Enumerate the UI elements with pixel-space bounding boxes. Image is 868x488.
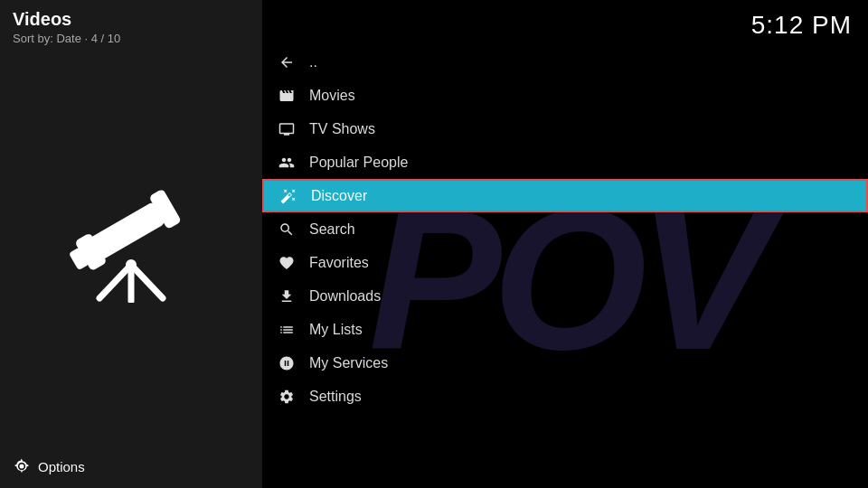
menu-item-label-people: Popular People bbox=[309, 155, 408, 171]
settings-icon bbox=[277, 389, 297, 405]
menu-item-parent[interactable]: .. bbox=[262, 45, 868, 79]
menu-item-discover[interactable]: Discover bbox=[262, 179, 868, 212]
menu-item-label-tvshows: TV Shows bbox=[309, 121, 375, 137]
clock: 5:12 PM bbox=[751, 11, 852, 40]
svg-line-4 bbox=[99, 265, 131, 298]
menu-item-label-discover: Discover bbox=[311, 188, 367, 204]
menu-item-label-favorites: Favorites bbox=[309, 255, 369, 271]
options-label: Options bbox=[38, 459, 85, 474]
menu-item-myservices[interactable]: My Services bbox=[262, 346, 868, 380]
menu-list: ..MoviesTV ShowsPopular PeopleDiscoverSe… bbox=[262, 45, 868, 413]
services-icon bbox=[277, 355, 297, 371]
svg-point-7 bbox=[126, 259, 137, 270]
menu-item-search[interactable]: Search bbox=[262, 212, 868, 246]
menu-item-label-search: Search bbox=[309, 221, 355, 238]
menu-item-label-settings: Settings bbox=[309, 389, 362, 405]
menu-item-label-mylists: My Lists bbox=[309, 322, 363, 338]
tv-icon bbox=[277, 121, 297, 137]
sidebar: Videos Sort by: Date · 4 / 10 bbox=[0, 0, 262, 488]
gear-icon bbox=[13, 457, 31, 475]
svg-line-5 bbox=[131, 265, 163, 298]
list-icon bbox=[277, 322, 297, 338]
download-icon bbox=[277, 288, 297, 305]
menu-item-mylists[interactable]: My Lists bbox=[262, 313, 868, 346]
menu-item-label-parent: .. bbox=[309, 54, 317, 70]
menu-item-downloads[interactable]: Downloads bbox=[262, 279, 868, 313]
page-title: Videos bbox=[13, 9, 120, 30]
menu-item-tvshows[interactable]: TV Shows bbox=[262, 112, 868, 145]
telescope-icon bbox=[50, 163, 212, 307]
heart-icon bbox=[277, 255, 297, 271]
people-icon bbox=[277, 155, 297, 171]
menu-item-people[interactable]: Popular People bbox=[262, 145, 868, 179]
sort-info: Sort by: Date · 4 / 10 bbox=[13, 32, 120, 45]
menu-item-label-myservices: My Services bbox=[309, 355, 388, 371]
menu-item-movies[interactable]: Movies bbox=[262, 79, 868, 112]
options-bar[interactable]: Options bbox=[13, 457, 85, 475]
menu-item-favorites[interactable]: Favorites bbox=[262, 246, 868, 279]
menu-item-settings[interactable]: Settings bbox=[262, 380, 868, 413]
search-icon bbox=[277, 221, 297, 238]
back-icon bbox=[277, 54, 297, 70]
film-icon bbox=[277, 88, 297, 104]
menu-item-label-movies: Movies bbox=[309, 88, 355, 104]
telescope-icon bbox=[278, 188, 298, 204]
menu-item-label-downloads: Downloads bbox=[309, 288, 381, 305]
sidebar-title-area: Videos Sort by: Date · 4 / 10 bbox=[13, 9, 120, 45]
